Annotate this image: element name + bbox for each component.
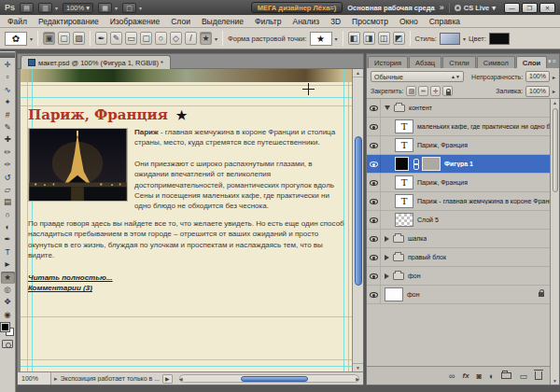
custom-shape-tool-icon[interactable]: ★: [200, 32, 212, 45]
layer-row-group-header[interactable]: шапка: [367, 230, 550, 248]
pen-tool-icon[interactable]: ✒: [95, 32, 107, 45]
document-tab[interactable]: макет.psd @ 100% (Фигура 1, RGB/8) *: [21, 55, 171, 69]
panel-drag-handle[interactable]: [0, 52, 15, 58]
blur-tool-icon[interactable]: ○: [1, 209, 15, 221]
cs-live-button[interactable]: CS Live ▾: [455, 4, 496, 12]
expand-triangle-icon[interactable]: [385, 236, 389, 242]
scroll-left-arrow-icon[interactable]: ◀: [179, 375, 183, 383]
foreground-color-swatch[interactable]: [1, 323, 9, 331]
canvas[interactable]: Париж, Франция ★: [21, 69, 352, 371]
hand-tool-icon[interactable]: ✥: [1, 296, 15, 308]
layer-row-group-content[interactable]: контент: [367, 99, 550, 118]
menu-select[interactable]: Выделение: [202, 17, 244, 26]
shape-fill-thumbnail[interactable]: [395, 157, 409, 171]
subtract-shape-area-icon[interactable]: ◨: [363, 32, 375, 45]
scroll-up-arrow-icon[interactable]: ▲: [353, 69, 363, 77]
tab-history[interactable]: История: [368, 56, 408, 68]
restore-button[interactable]: ❐: [522, 3, 538, 13]
new-group-icon[interactable]: [501, 372, 511, 379]
menu-view[interactable]: Просмотр: [352, 17, 388, 26]
intersect-shape-area-icon[interactable]: ◫: [378, 32, 390, 45]
menu-analysis[interactable]: Анализ: [293, 17, 320, 26]
scroll-right-arrow-icon[interactable]: ▶: [356, 375, 359, 383]
polygon-tool-icon[interactable]: ◇: [170, 32, 182, 45]
menu-filter[interactable]: Фильтр: [255, 17, 282, 26]
expand-triangle-icon[interactable]: [385, 273, 389, 279]
lock-position-icon[interactable]: ✛: [430, 86, 441, 96]
arrange-documents-icon[interactable]: ▦: [98, 3, 112, 13]
eraser-tool-icon[interactable]: ▱: [1, 184, 15, 196]
lasso-tool-icon[interactable]: ∿: [1, 84, 15, 96]
fill-arrow-icon[interactable]: ▸: [553, 88, 555, 94]
menu-file[interactable]: Файл: [7, 17, 27, 26]
visibility-eye-icon[interactable]: [367, 136, 381, 154]
menu-3d[interactable]: 3D: [330, 17, 341, 26]
text-layer-thumbnail[interactable]: T: [395, 119, 413, 133]
healing-brush-tool-icon[interactable]: ✚: [1, 133, 15, 146]
vector-mask-thumbnail[interactable]: [422, 157, 441, 171]
shape-layers-mode-icon[interactable]: ▣: [43, 32, 55, 45]
lock-pixels-icon[interactable]: ✏: [418, 86, 428, 96]
adjustment-layer-icon[interactable]: ◐: [489, 371, 494, 381]
layer-row-background-locked[interactable]: фон: [367, 286, 550, 304]
pixel-layer-thumbnail[interactable]: [395, 213, 413, 227]
line-tool-icon[interactable]: /: [185, 32, 197, 45]
vertical-scrollbar[interactable]: ▲ ▼: [352, 69, 363, 371]
gradient-tool-icon[interactable]: ▤: [1, 196, 15, 208]
close-button[interactable]: ✕: [539, 3, 555, 13]
visibility-eye-icon[interactable]: [367, 174, 381, 191]
link-layers-icon[interactable]: ∞: [449, 371, 455, 381]
path-selection-tool-icon[interactable]: ►: [1, 259, 15, 271]
text-layer-thumbnail[interactable]: T: [395, 138, 413, 152]
dodge-tool-icon[interactable]: ◐: [1, 221, 15, 233]
minimize-button[interactable]: —: [504, 3, 520, 13]
add-shape-area-icon[interactable]: ◧: [348, 32, 360, 45]
layer-row-group-rightblock[interactable]: правый блок: [367, 248, 550, 267]
menu-image[interactable]: Изображение: [110, 17, 161, 26]
lock-transparency-icon[interactable]: ▨: [406, 86, 416, 96]
style-swatch[interactable]: [440, 33, 460, 45]
menu-layers[interactable]: Слои: [171, 17, 190, 26]
layer-row-pixel[interactable]: Слой 5: [367, 211, 550, 230]
rounded-rectangle-tool-icon[interactable]: ▢: [140, 32, 152, 45]
menu-help[interactable]: Справка: [429, 17, 460, 26]
layer-row-text[interactable]: T Париж, Франция: [367, 136, 550, 155]
opacity-value[interactable]: 100%: [525, 71, 550, 82]
visibility-eye-icon[interactable]: [367, 118, 381, 135]
workspace-default-button[interactable]: Основная рабочая среда: [347, 4, 435, 12]
type-tool-icon[interactable]: T: [1, 246, 15, 259]
workspace-active-button[interactable]: МЕГА дизайнер Лёха=): [251, 2, 343, 13]
zoom-tool-icon[interactable]: ◉: [1, 309, 15, 321]
visibility-eye-icon[interactable]: [367, 230, 381, 247]
layer-row-text[interactable]: T Париж, Франция: [367, 174, 550, 192]
status-flyout-icon[interactable]: ▶: [162, 374, 173, 384]
layers-scrollbar[interactable]: ▲ ▼: [550, 99, 559, 385]
tab-layers[interactable]: Слои: [516, 56, 547, 68]
crop-tool-icon[interactable]: #: [1, 109, 15, 121]
tab-paragraph[interactable]: Абзац: [409, 56, 441, 68]
visibility-eye-icon[interactable]: [367, 155, 381, 173]
workspace-overflow-icon[interactable]: »: [440, 3, 444, 12]
move-tool-icon[interactable]: ✛: [1, 59, 15, 71]
zoom-level-control[interactable]: 100% ▾: [63, 3, 93, 13]
shape-preset-star-icon[interactable]: ★: [310, 32, 332, 46]
delete-layer-icon[interactable]: [535, 371, 542, 380]
exclude-shape-area-icon[interactable]: ◩: [393, 32, 405, 45]
horizontal-scrollbar-thumb[interactable]: [241, 376, 309, 382]
visibility-eye-icon[interactable]: [367, 248, 381, 266]
visibility-eye-icon[interactable]: [367, 286, 381, 303]
layer-row-group-background[interactable]: фон: [367, 267, 550, 286]
lock-all-icon[interactable]: [442, 86, 453, 96]
collapse-triangle-icon[interactable]: [385, 105, 390, 110]
visibility-eye-icon[interactable]: [367, 211, 381, 229]
new-layer-icon[interactable]: ▭: [519, 371, 527, 381]
quick-mask-mode-icon[interactable]: [2, 340, 13, 348]
fill-value[interactable]: 100%: [525, 86, 550, 97]
menu-edit[interactable]: Редактирование: [38, 17, 99, 26]
scroll-down-arrow-icon[interactable]: ▼: [551, 377, 559, 385]
fill-pixels-mode-icon[interactable]: ▨: [73, 32, 85, 45]
layer-row-text[interactable]: T маленьких кафе, где практически ни одн…: [367, 118, 550, 136]
3d-rotate-tool-icon[interactable]: ◎: [1, 284, 15, 296]
tab-styles[interactable]: Стили: [442, 56, 476, 68]
launch-bridge-icon[interactable]: ▤: [20, 3, 34, 13]
